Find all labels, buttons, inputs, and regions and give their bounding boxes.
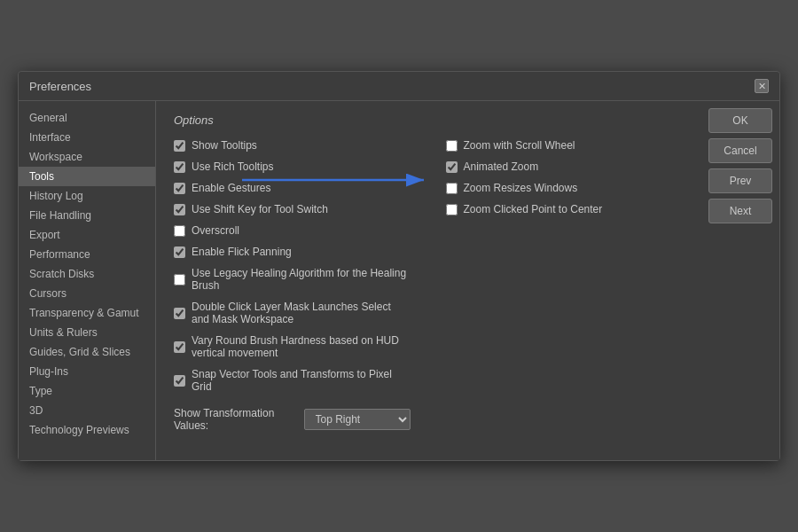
overscroll-label: Overscroll: [192, 224, 239, 237]
zoom-resizes-label: Zoom Resizes Windows: [464, 182, 578, 194]
flick-panning-checkbox[interactable]: [174, 246, 185, 258]
sidebar-item-plug-ins[interactable]: Plug-Ins: [19, 362, 155, 381]
sidebar-item-units-rulers[interactable]: Units & Rulers: [19, 323, 155, 342]
checkbox-row-show-tooltips: Show Tooltips: [174, 139, 411, 152]
next-button[interactable]: Next: [708, 199, 772, 223]
show-tooltips-checkbox[interactable]: [174, 140, 185, 152]
sidebar-item-tools[interactable]: Tools: [19, 167, 155, 186]
button-column: OK Cancel Prev Next: [700, 101, 779, 460]
sidebar-item-history-log[interactable]: History Log: [19, 186, 155, 206]
sidebar-item-scratch-disks[interactable]: Scratch Disks: [19, 264, 155, 284]
sidebar-item-technology-previews[interactable]: Technology Previews: [19, 420, 155, 440]
transform-row: Show Transformation Values: Top Right Bo…: [174, 407, 411, 432]
shift-key-checkbox[interactable]: [174, 204, 185, 215]
snap-vector-label: Snap Vector Tools and Transforms to Pixe…: [192, 368, 411, 393]
checkbox-row-animated-zoom: Animated Zoom: [446, 160, 683, 173]
animated-zoom-checkbox[interactable]: [446, 161, 458, 173]
left-column: Show Tooltips Use Rich Tooltips Enable G…: [174, 139, 428, 432]
transform-select[interactable]: Top Right Bottom Right Top Left Bottom L…: [304, 409, 411, 430]
enable-gestures-checkbox[interactable]: [174, 183, 185, 194]
shift-key-label: Use Shift Key for Tool Switch: [192, 203, 328, 215]
zoom-resizes-checkbox[interactable]: [446, 183, 458, 194]
sidebar-item-3d[interactable]: 3D: [19, 401, 155, 420]
sidebar-item-transparency-gamut[interactable]: Transparency & Gamut: [19, 303, 155, 323]
double-click-layer-label: Double Click Layer Mask Launches Select …: [192, 301, 411, 325]
options-grid: Show Tooltips Use Rich Tooltips Enable G…: [174, 139, 682, 432]
zoom-point-checkbox[interactable]: [446, 204, 458, 215]
legacy-healing-checkbox[interactable]: [174, 274, 185, 286]
ok-button[interactable]: OK: [708, 108, 772, 133]
rich-tooltips-label: Use Rich Tooltips: [192, 160, 273, 173]
sidebar-item-performance[interactable]: Performance: [19, 245, 155, 264]
zoom-scroll-checkbox[interactable]: [446, 140, 458, 152]
zoom-point-label: Zoom Clicked Point to Center: [464, 203, 603, 215]
dialog-body: General Interface Workspace Tools Histor…: [19, 101, 779, 460]
checkbox-row-rich-tooltips: Use Rich Tooltips: [174, 160, 411, 173]
close-button[interactable]: ✕: [755, 79, 769, 93]
zoom-scroll-label: Zoom with Scroll Wheel: [464, 139, 575, 152]
checkbox-row-flick-panning: Enable Flick Panning: [174, 246, 411, 258]
vary-brush-label: Vary Round Brush Hardness based on HUD v…: [192, 334, 411, 359]
checkbox-row-double-click-layer: Double Click Layer Mask Launches Select …: [174, 301, 411, 325]
cancel-button[interactable]: Cancel: [708, 138, 772, 163]
sidebar-item-guides-grid-slices[interactable]: Guides, Grid & Slices: [19, 342, 155, 362]
options-title: Options: [174, 113, 682, 127]
legacy-healing-label: Use Legacy Healing Algorithm for the Hea…: [192, 267, 411, 292]
rich-tooltips-checkbox[interactable]: [174, 161, 185, 173]
sidebar-item-interface[interactable]: Interface: [19, 128, 155, 147]
prev-button[interactable]: Prev: [708, 168, 772, 193]
snap-vector-checkbox[interactable]: [174, 375, 185, 387]
transform-label: Show Transformation Values:: [174, 407, 297, 432]
enable-gestures-label: Enable Gestures: [192, 182, 270, 194]
checkbox-row-zoom-resizes: Zoom Resizes Windows: [446, 182, 683, 194]
sidebar: General Interface Workspace Tools Histor…: [19, 101, 156, 460]
sidebar-item-export[interactable]: Export: [19, 225, 155, 245]
sidebar-item-cursors[interactable]: Cursors: [19, 284, 155, 303]
dialog-title-bar: Preferences ✕: [19, 72, 779, 101]
sidebar-item-workspace[interactable]: Workspace: [19, 147, 155, 167]
overscroll-checkbox[interactable]: [174, 225, 185, 237]
sidebar-item-type[interactable]: Type: [19, 381, 155, 401]
checkbox-row-enable-gestures: Enable Gestures: [174, 182, 411, 194]
dialog-title: Preferences: [29, 80, 91, 93]
sidebar-item-file-handling[interactable]: File Handling: [19, 206, 155, 225]
double-click-layer-checkbox[interactable]: [174, 308, 185, 319]
checkbox-row-snap-vector: Snap Vector Tools and Transforms to Pixe…: [174, 368, 411, 393]
checkbox-row-overscroll: Overscroll: [174, 224, 411, 237]
animated-zoom-label: Animated Zoom: [464, 160, 539, 173]
checkbox-row-zoom-scroll: Zoom with Scroll Wheel: [446, 139, 683, 152]
main-content: Options Show Tooltips Use Rich Tooltips …: [156, 101, 700, 460]
flick-panning-label: Enable Flick Panning: [192, 246, 292, 258]
checkbox-row-vary-brush: Vary Round Brush Hardness based on HUD v…: [174, 334, 411, 359]
show-tooltips-label: Show Tooltips: [192, 139, 257, 152]
right-column: Zoom with Scroll Wheel Animated Zoom Zoo…: [428, 139, 683, 432]
sidebar-item-general[interactable]: General: [19, 108, 155, 128]
checkbox-row-legacy-healing: Use Legacy Healing Algorithm for the Hea…: [174, 267, 411, 292]
checkbox-row-zoom-point: Zoom Clicked Point to Center: [446, 203, 683, 215]
vary-brush-checkbox[interactable]: [174, 341, 185, 353]
checkbox-row-shift-key: Use Shift Key for Tool Switch: [174, 203, 411, 215]
preferences-dialog: Preferences ✕ General Interface Workspac…: [18, 71, 780, 461]
